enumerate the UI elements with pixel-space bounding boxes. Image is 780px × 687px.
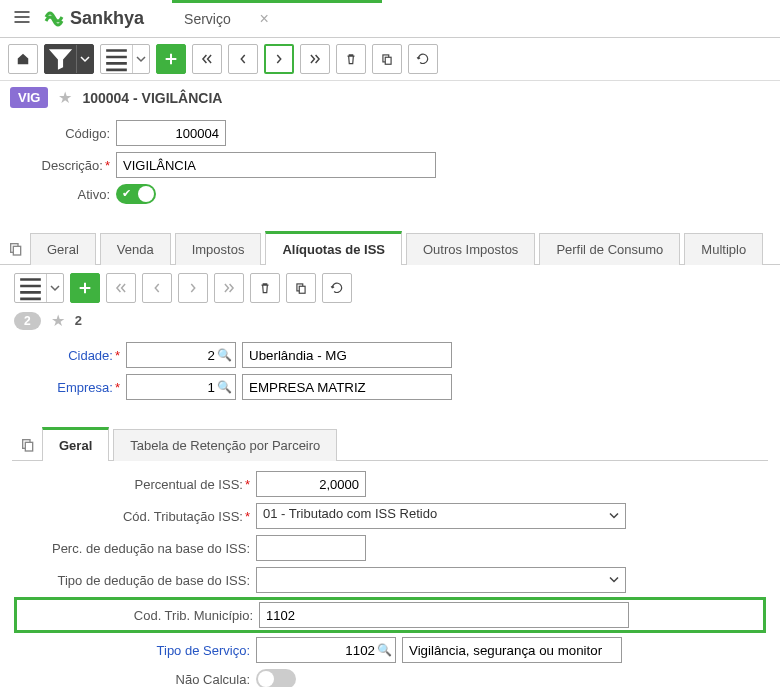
count-chip: 2	[14, 312, 41, 330]
tab-multiplo[interactable]: Multiplo	[684, 233, 763, 265]
empresa-label: Empresa:*	[16, 380, 126, 395]
copy-tabs-icon[interactable]	[8, 241, 24, 260]
cod-trib-mun-label: Cod. Trib. Município:	[19, 608, 259, 623]
tipo-deducao-select[interactable]	[256, 567, 626, 593]
search-icon[interactable]: 🔍	[217, 380, 232, 394]
perc-deducao-label: Perc. de dedução na base do ISS:	[16, 541, 256, 556]
tab-venda[interactable]: Venda	[100, 233, 171, 265]
search-icon[interactable]: 🔍	[217, 348, 232, 362]
next-button[interactable]	[264, 44, 294, 74]
aliquota-form: Cidade:* 🔍 Empresa:* 🔍	[0, 334, 780, 414]
nao-calcula-toggle[interactable]	[256, 669, 296, 687]
sub-delete-button[interactable]	[250, 273, 280, 303]
last-button[interactable]	[300, 44, 330, 74]
sub-next-button[interactable]	[178, 273, 208, 303]
tipo-servico-desc-field[interactable]	[402, 637, 622, 663]
cod-trib-mun-field[interactable]	[259, 602, 629, 628]
delete-button[interactable]	[336, 44, 366, 74]
nao-calcula-label: Não Calcula:	[16, 672, 256, 687]
tab-perfil-consumo[interactable]: Perfil de Consumo	[539, 233, 680, 265]
main-form: Código: Descrição:* Ativo: ✔	[0, 114, 780, 222]
descricao-field[interactable]	[116, 152, 436, 178]
tipo-servico-label: Tipo de Serviço:	[16, 643, 256, 658]
tab-aliquotas-iss[interactable]: Alíquotas de ISS	[265, 231, 402, 265]
brand-logo: Sankhya	[42, 7, 144, 31]
perc-deducao-field[interactable]	[256, 535, 366, 561]
record-title: 100004 - VIGILÂNCIA	[82, 90, 222, 106]
cod-trib-iss-value: 01 - Tributado com ISS Retido	[263, 506, 437, 521]
app-tab-label: Serviço	[184, 11, 231, 27]
tab-impostos[interactable]: Impostos	[175, 233, 262, 265]
sub-toolbar	[0, 265, 780, 307]
chevron-down-icon	[609, 573, 619, 588]
svg-rect-7	[25, 442, 32, 451]
tab-geral[interactable]: Geral	[30, 233, 96, 265]
chevron-down-icon	[609, 509, 619, 524]
brand-text: Sankhya	[70, 8, 144, 29]
inner-tabs: Geral Tabela de Retenção por Parceiro	[12, 426, 768, 461]
inner-tab-retencao[interactable]: Tabela de Retenção por Parceiro	[113, 429, 337, 461]
codigo-field[interactable]	[116, 120, 226, 146]
tipo-servico-code-field[interactable]	[256, 637, 396, 663]
svg-rect-5	[299, 286, 305, 293]
inner-tab-geral[interactable]: Geral	[42, 427, 109, 461]
close-icon[interactable]: ×	[259, 10, 268, 28]
detail-form: Percentual de ISS:* Cód. Tributação ISS:…	[0, 461, 780, 687]
sub-count-text: 2	[75, 313, 82, 328]
copy-button[interactable]	[372, 44, 402, 74]
codigo-label: Código:	[16, 126, 116, 141]
sub-list-view-button[interactable]	[14, 273, 64, 303]
cod-trib-iss-label: Cód. Tributação ISS:*	[16, 509, 256, 524]
search-icon[interactable]: 🔍	[377, 643, 392, 657]
sub-last-button[interactable]	[214, 273, 244, 303]
perc-iss-label: Percentual de ISS:*	[16, 477, 256, 492]
cidade-label: Cidade:*	[16, 348, 126, 363]
record-count-bar: 2 ★ 2	[0, 307, 780, 334]
home-button[interactable]	[8, 44, 38, 74]
sub-add-button[interactable]	[70, 273, 100, 303]
main-tabs: Geral Venda Impostos Alíquotas de ISS Ou…	[0, 230, 780, 265]
highlighted-row: Cod. Trib. Município:	[14, 597, 766, 633]
sub-first-button[interactable]	[106, 273, 136, 303]
record-header: VIG ★ 100004 - VIGILÂNCIA	[0, 81, 780, 114]
tipo-deducao-label: Tipo de dedução de base do ISS:	[16, 573, 256, 588]
ativo-label: Ativo:	[16, 187, 116, 202]
list-view-button[interactable]	[100, 44, 150, 74]
svg-rect-3	[13, 246, 20, 255]
menu-icon[interactable]	[8, 3, 36, 34]
descricao-label: Descrição:*	[16, 158, 116, 173]
sub-favorite-star-icon[interactable]: ★	[51, 311, 65, 330]
empresa-desc-field[interactable]	[242, 374, 452, 400]
sub-copy-button[interactable]	[286, 273, 316, 303]
ativo-toggle[interactable]: ✔	[116, 184, 156, 204]
perc-iss-field[interactable]	[256, 471, 366, 497]
record-badge: VIG	[10, 87, 48, 108]
tab-outros-impostos[interactable]: Outros Impostos	[406, 233, 535, 265]
add-button[interactable]	[156, 44, 186, 74]
prev-button[interactable]	[228, 44, 258, 74]
refresh-button[interactable]	[408, 44, 438, 74]
cod-trib-iss-select[interactable]: 01 - Tributado com ISS Retido	[256, 503, 626, 529]
filter-button[interactable]	[44, 44, 94, 74]
main-toolbar	[0, 38, 780, 81]
first-button[interactable]	[192, 44, 222, 74]
inner-copy-tabs-icon[interactable]	[20, 437, 36, 456]
cidade-desc-field[interactable]	[242, 342, 452, 368]
sub-prev-button[interactable]	[142, 273, 172, 303]
sub-refresh-button[interactable]	[322, 273, 352, 303]
svg-rect-1	[385, 57, 391, 64]
app-tab-servico[interactable]: Serviço ×	[168, 3, 279, 35]
favorite-star-icon[interactable]: ★	[58, 88, 72, 107]
